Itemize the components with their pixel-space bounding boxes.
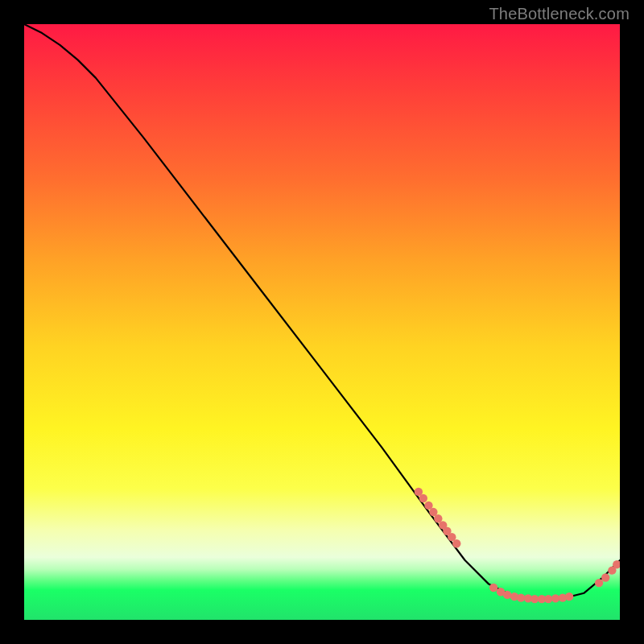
data-point <box>439 521 447 529</box>
chart-container: TheBottleneck.com <box>0 0 644 644</box>
data-point <box>452 539 460 547</box>
data-point <box>497 588 505 596</box>
bottleneck-curve <box>24 24 620 599</box>
watermark-text: TheBottleneck.com <box>489 5 630 23</box>
data-point <box>434 514 442 522</box>
data-point <box>429 508 437 516</box>
data-point <box>510 592 518 601</box>
data-point <box>595 579 603 587</box>
data-point <box>503 591 511 599</box>
data-point <box>517 593 525 601</box>
data-point <box>530 595 539 603</box>
data-point <box>551 594 559 602</box>
data-markers <box>415 488 620 604</box>
data-point <box>443 527 451 535</box>
data-point <box>559 593 567 601</box>
data-point <box>448 533 456 541</box>
data-point <box>544 595 552 603</box>
chart-svg <box>24 24 620 620</box>
data-point <box>424 502 432 510</box>
data-point <box>415 488 423 496</box>
data-point <box>601 573 609 581</box>
data-point <box>613 560 620 568</box>
data-point <box>489 584 497 592</box>
plot-area <box>24 24 620 620</box>
data-point <box>524 594 532 602</box>
data-point <box>608 566 616 574</box>
data-point <box>538 595 546 603</box>
data-point <box>565 592 573 601</box>
data-point <box>419 494 427 502</box>
